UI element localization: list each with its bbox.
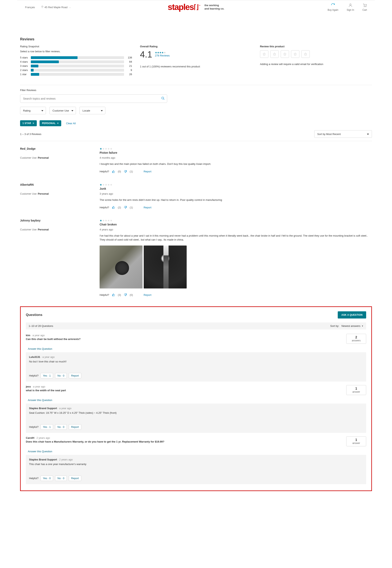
rate-3-star[interactable] xyxy=(281,50,289,58)
filter-chip-personal[interactable]: PERSONAL✕ xyxy=(40,120,61,126)
helpful-label: Helpful? xyxy=(29,477,39,480)
thumb-up-icon xyxy=(112,170,115,173)
filter-chip-1star[interactable]: 1 STAR✕ xyxy=(20,120,37,126)
thumb-up-icon xyxy=(112,206,115,209)
answer-time: · 2 years ago xyxy=(58,458,72,461)
question-text: what is the width of the seat part xyxy=(26,389,346,392)
rating-filter-select[interactable]: Rating xyxy=(20,107,46,114)
answer-report-button[interactable]: Report xyxy=(69,373,81,378)
answer-item: Staples Brand Support · a year ago Seat … xyxy=(26,404,366,433)
language-toggle[interactable]: Français xyxy=(25,6,35,9)
question-time: · a year ago xyxy=(32,385,45,388)
sort-label: Sort by xyxy=(317,133,325,136)
locale-filter-select[interactable]: Locale xyxy=(80,107,105,114)
answer-author: Lulu3131 xyxy=(29,355,40,358)
svg-point-4 xyxy=(162,97,164,99)
questions-heading: Questions xyxy=(26,313,42,317)
dist-label: 3 stars xyxy=(20,64,31,67)
results-count: 1 – 3 of 3 Reviews xyxy=(20,133,41,136)
rating-dist-row[interactable]: 3 stars 21 xyxy=(20,64,132,67)
refresh-icon xyxy=(331,3,335,7)
rating-dist-row[interactable]: 4 stars 84 xyxy=(20,60,132,63)
rating-dist-row[interactable]: 1 star 26 xyxy=(20,73,132,76)
rate-4-star[interactable] xyxy=(291,50,299,58)
answer-report-button[interactable]: Report xyxy=(69,476,81,481)
review-author: Johnny bayboy xyxy=(20,219,94,222)
star-outline-icon xyxy=(263,53,266,56)
answer-no-button[interactable]: No · 0 xyxy=(55,476,67,481)
vote-down-count: (1) xyxy=(130,170,133,173)
buy-again-link[interactable]: Buy Again xyxy=(328,3,338,11)
dist-count: 26 xyxy=(124,73,132,76)
customer-use-value: Personal xyxy=(38,192,49,195)
answer-yes-button[interactable]: Yes · 1 xyxy=(41,373,53,378)
rate-2-star[interactable] xyxy=(270,50,279,58)
customer-use-filter-select[interactable]: Customer Use xyxy=(50,107,76,114)
brand-logo[interactable]: staples⌈⌋™ the working and learning co. xyxy=(168,2,224,12)
reviews-count-link[interactable]: 278 Reviews xyxy=(155,54,169,57)
review-image[interactable] xyxy=(144,245,187,288)
vote-up-button[interactable] xyxy=(112,293,115,297)
answer-count-label: answer xyxy=(347,390,365,393)
answer-count-number: 2 xyxy=(347,336,365,339)
thumb-up-icon xyxy=(112,293,115,297)
customer-use-label: Customer Use xyxy=(20,228,37,231)
search-icon[interactable] xyxy=(161,97,165,101)
answer-this-link[interactable]: Answer this Question xyxy=(26,346,54,352)
review-image[interactable] xyxy=(99,245,142,288)
overall-rating-value: 4.1 xyxy=(140,50,152,59)
answer-body: Seat Cushion: 19.75" W x 19.25" D x 4.25… xyxy=(29,411,363,414)
report-review-link[interactable]: Report xyxy=(143,293,151,297)
vote-up-button[interactable] xyxy=(112,206,115,209)
review-body: The screw holes for the arm rests didn't… xyxy=(99,198,372,202)
location-selector[interactable]: 45 Red Maple Road ⌄ xyxy=(41,6,71,9)
report-review-link[interactable]: Report xyxy=(143,206,151,209)
review-stars-icon: ★★★★★ xyxy=(99,147,372,150)
question-author: kim xyxy=(26,334,30,337)
sign-in-link[interactable]: Sign In xyxy=(347,3,354,11)
rate-1-star[interactable] xyxy=(260,50,268,58)
question-text: Can this chair be built without the armr… xyxy=(26,338,346,341)
helpful-label: Helpful? xyxy=(99,293,109,297)
answer-count-badge[interactable]: 1 answer xyxy=(346,385,366,395)
answer-count-badge[interactable]: 1 answer xyxy=(346,436,366,446)
answer-no-button[interactable]: No · 0 xyxy=(55,373,67,378)
answer-report-button[interactable]: Report xyxy=(69,424,81,430)
star-outline-icon xyxy=(304,53,307,56)
rating-dist-row[interactable]: 5 stars 138 xyxy=(20,56,132,59)
ask-question-button[interactable]: ASK A QUESTION xyxy=(338,311,366,318)
vote-down-button[interactable] xyxy=(124,170,127,173)
questions-sort-select[interactable]: Sort by: Newest answers xyxy=(330,325,363,327)
review-time: 4 years ago xyxy=(99,228,372,231)
review-title: Piston failure xyxy=(99,151,372,154)
sort-select[interactable]: Sort by Most Recent xyxy=(314,130,372,138)
thumb-down-icon xyxy=(124,206,127,209)
answer-yes-button[interactable]: Yes · 1 xyxy=(41,424,53,430)
answer-yes-button[interactable]: Yes · 0 xyxy=(41,476,53,481)
svg-point-2 xyxy=(364,6,364,7)
vote-up-button[interactable] xyxy=(112,170,115,173)
helpful-label: Helpful? xyxy=(99,170,109,173)
customer-use-label: Customer Use xyxy=(20,192,37,195)
dist-bar xyxy=(31,69,124,71)
clear-all-filters[interactable]: Clear All xyxy=(66,122,76,125)
report-review-link[interactable]: Report xyxy=(143,170,151,173)
location-text: 45 Red Maple Road xyxy=(44,6,68,9)
cart-link[interactable]: Cart xyxy=(362,3,367,11)
answer-count-number: 1 xyxy=(347,387,365,390)
dist-count: 138 xyxy=(124,56,132,59)
answer-no-button[interactable]: No · 0 xyxy=(55,424,67,430)
vote-down-button[interactable] xyxy=(124,206,127,209)
svg-point-1 xyxy=(350,4,351,5)
question-author: jess xyxy=(26,385,31,388)
search-input[interactable] xyxy=(20,94,167,103)
rating-dist-row[interactable]: 2 stars 9 xyxy=(20,69,132,71)
vote-down-button[interactable] xyxy=(124,293,127,297)
rate-5-star[interactable] xyxy=(301,50,310,58)
answer-this-link[interactable]: Answer this Question xyxy=(26,449,54,454)
chevron-down-icon: ⌄ xyxy=(69,6,71,8)
question-author: CarolH xyxy=(26,436,34,439)
answer-count-badge[interactable]: 2 answers xyxy=(346,334,366,344)
review-this-label: Review this product xyxy=(260,45,372,48)
answer-this-link[interactable]: Answer this Question xyxy=(26,398,54,403)
